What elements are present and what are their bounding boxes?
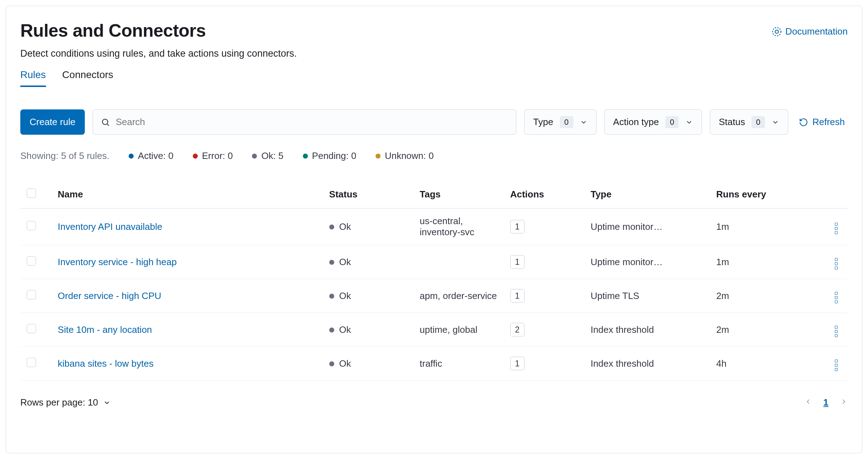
tags-cell: traffic — [415, 347, 506, 381]
status-cell: Ok — [329, 257, 351, 268]
documentation-icon — [772, 27, 782, 37]
search-input[interactable] — [110, 110, 508, 134]
page-title: Rules and Connectors — [20, 20, 297, 41]
table-row: Inventory API unavailable Ok us-central,… — [20, 208, 848, 245]
chevron-down-icon — [685, 118, 693, 126]
select-all-checkbox[interactable] — [27, 189, 36, 198]
status-ok: Ok: 5 — [252, 150, 283, 161]
tab-rules[interactable]: Rules — [20, 69, 46, 87]
col-status: Status — [325, 183, 415, 208]
col-tags: Tags — [415, 183, 506, 208]
chevron-down-icon — [771, 118, 779, 126]
actions-count-badge: 1 — [510, 255, 525, 269]
svg-line-3 — [107, 124, 109, 126]
col-actions: Actions — [506, 183, 587, 208]
dot-icon — [129, 154, 134, 159]
col-name: Name — [53, 183, 325, 208]
status-dot-icon — [329, 260, 334, 265]
documentation-link[interactable]: Documentation — [772, 26, 848, 37]
page-tabs: Rules Connectors — [20, 69, 297, 87]
row-checkbox[interactable] — [27, 358, 36, 367]
filter-status[interactable]: Status 0 — [710, 109, 788, 135]
pager-current[interactable]: 1 — [823, 397, 828, 408]
rows-per-page-select[interactable]: Rows per page: 10 — [20, 397, 111, 408]
dot-icon — [376, 154, 381, 159]
table-row: kibana sites - low bytes Ok traffic 1 In… — [20, 347, 848, 381]
svg-point-1 — [775, 30, 778, 33]
refresh-button[interactable]: Refresh — [796, 109, 848, 135]
status-text: Ok — [339, 290, 351, 301]
filter-type-label: Type — [533, 117, 553, 128]
filter-status-count: 0 — [751, 116, 765, 128]
filter-action-type-label: Action type — [613, 117, 659, 128]
row-actions-menu[interactable] — [833, 324, 840, 339]
row-checkbox[interactable] — [27, 256, 36, 265]
runs-every-cell: 1m — [712, 208, 812, 245]
filter-type[interactable]: Type 0 — [524, 109, 596, 135]
rule-name-link[interactable]: Order service - high CPU — [58, 290, 161, 301]
rule-name-link[interactable]: Inventory service - high heap — [58, 257, 177, 267]
status-text: Ok — [339, 257, 351, 268]
dot-icon — [303, 154, 308, 159]
refresh-label: Refresh — [812, 117, 845, 128]
pager-next[interactable] — [840, 397, 848, 408]
status-cell: Ok — [329, 290, 351, 301]
row-checkbox[interactable] — [27, 324, 36, 333]
rule-name-link[interactable]: kibana sites - low bytes — [58, 358, 154, 369]
row-checkbox[interactable] — [27, 290, 36, 299]
svg-point-0 — [773, 27, 781, 36]
status-summary: Showing: 5 of 5 rules. Active: 0 Error: … — [20, 150, 848, 161]
refresh-icon — [799, 118, 808, 127]
tags-cell: apm, order-service — [415, 279, 506, 313]
dot-icon — [193, 154, 198, 159]
status-dot-icon — [329, 361, 334, 366]
tab-connectors[interactable]: Connectors — [62, 69, 113, 87]
runs-every-cell: 2m — [712, 313, 812, 347]
status-unknown: Unknown: 0 — [376, 150, 434, 161]
dot-icon — [252, 154, 257, 159]
search-icon — [101, 118, 110, 127]
row-actions-menu[interactable] — [833, 290, 840, 305]
type-cell: Index threshold — [586, 313, 712, 347]
rows-per-page-label: Rows per page: 10 — [20, 397, 98, 408]
table-row: Site 10m - any location Ok uptime, globa… — [20, 313, 848, 347]
row-checkbox[interactable] — [27, 221, 36, 230]
status-text: Ok — [339, 358, 351, 369]
actions-count-badge: 1 — [510, 289, 525, 303]
chevron-right-icon — [840, 398, 848, 406]
table-row: Inventory service - high heap Ok 1 Uptim… — [20, 245, 848, 279]
col-runs: Runs every — [712, 183, 812, 208]
status-active: Active: 0 — [129, 150, 174, 161]
pagination: 1 — [804, 397, 848, 408]
actions-count-badge: 1 — [510, 220, 525, 233]
status-dot-icon — [329, 225, 334, 230]
status-text: Ok — [339, 324, 351, 335]
table-row: Order service - high CPU Ok apm, order-s… — [20, 279, 848, 313]
type-cell: Uptime monitor… — [586, 208, 712, 245]
filter-status-label: Status — [719, 117, 745, 128]
tags-cell: us-central, inventory-svc — [415, 208, 506, 245]
type-cell: Uptime TLS — [586, 279, 712, 313]
status-error: Error: 0 — [193, 150, 233, 161]
row-actions-menu[interactable] — [833, 357, 840, 373]
actions-count-badge: 2 — [510, 323, 525, 336]
filter-action-type[interactable]: Action type 0 — [604, 109, 702, 135]
tags-cell — [415, 245, 506, 279]
type-cell: Uptime monitor… — [586, 245, 712, 279]
rules-table: Name Status Tags Actions Type Runs every… — [20, 183, 848, 381]
filter-action-type-count: 0 — [665, 116, 679, 128]
documentation-label: Documentation — [785, 26, 848, 37]
runs-every-cell: 4h — [712, 347, 812, 381]
toolbar: Create rule Type 0 Action type 0 Status — [20, 109, 848, 135]
tags-cell: uptime, global — [415, 313, 506, 347]
row-actions-menu[interactable] — [833, 221, 840, 236]
rules-panel: Rules and Connectors Detect conditions u… — [6, 6, 862, 453]
pager-prev[interactable] — [804, 397, 812, 408]
col-type: Type — [586, 183, 712, 208]
rule-name-link[interactable]: Site 10m - any location — [58, 324, 152, 335]
actions-count-badge: 1 — [510, 357, 525, 370]
row-actions-menu[interactable] — [833, 256, 840, 272]
runs-every-cell: 2m — [712, 279, 812, 313]
rule-name-link[interactable]: Inventory API unavailable — [58, 221, 162, 232]
create-rule-button[interactable]: Create rule — [20, 109, 85, 135]
